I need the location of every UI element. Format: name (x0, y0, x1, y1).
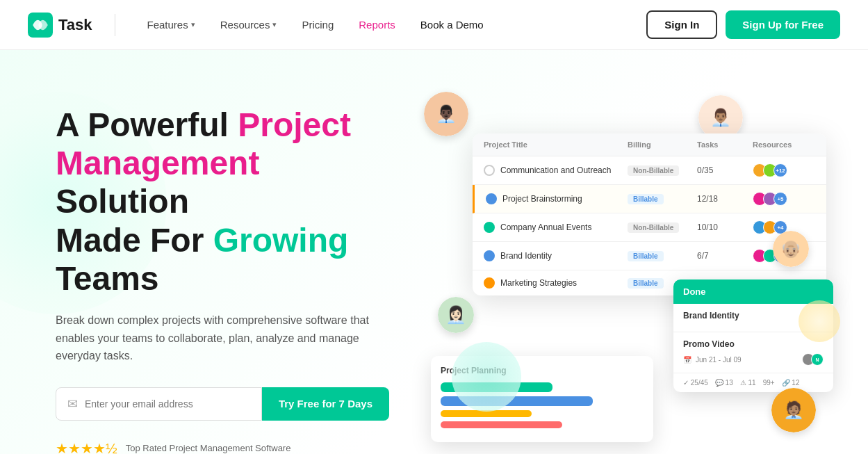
col-resources: Resources (753, 140, 815, 149)
avatar-mid-left: 👩🏻‍💼 (438, 297, 474, 333)
billing-badge: Non-Billable (628, 222, 679, 233)
stat-comments: 💬 13 (715, 379, 733, 387)
nav-links: Features ▾ Resources ▾ Pricing Reports B… (138, 13, 647, 36)
nav-book-demo[interactable]: Book a Demo (411, 13, 493, 36)
person-avatar-3: 👩🏻‍💼 (438, 297, 474, 333)
email-icon: ✉ (67, 396, 78, 412)
project-name: Marketing Strategies (484, 277, 628, 289)
project-name: Communication and Outreach (484, 165, 628, 176)
person-avatar-4: 👴🏼 (773, 231, 809, 267)
project-name: Brand Identity (484, 250, 628, 261)
done-avatars: N (802, 353, 824, 366)
done-header: Done (673, 279, 833, 304)
nav-actions: Sign In Sign Up for Free (646, 10, 840, 39)
avatar-bottom-right: 🧑🏽‍💼 (771, 388, 816, 432)
done-item-title-2: Promo Video (683, 339, 824, 349)
project-icon (484, 222, 495, 233)
features-chevron-icon: ▾ (191, 20, 195, 29)
rating-stars: ★★★★½ (56, 440, 117, 454)
hero-title: A Powerful Project Management SolutionMa… (56, 106, 417, 298)
hero-content: A Powerful Project Management SolutionMa… (56, 92, 417, 454)
try-free-button[interactable]: Try Free for 7 Days (262, 387, 389, 421)
sign-in-button[interactable]: Sign In (646, 10, 717, 39)
stat-links: 🔗 12 (782, 379, 800, 387)
task-count: 0/35 (697, 165, 753, 175)
hero-title-part3: Teams (56, 260, 159, 297)
col-tasks: Tasks (697, 140, 753, 149)
hero-section: A Powerful Project Management SolutionMa… (0, 50, 868, 454)
project-icon (486, 193, 497, 204)
hero-title-part2: SolutionMade For (56, 183, 213, 258)
nav-features[interactable]: Features ▾ (138, 13, 205, 36)
table-row: Project Brainstorming Billable 12/18 +5 (473, 185, 826, 213)
project-icon (484, 277, 495, 289)
table-row: Company Annual Events Non-Billable 10/10… (473, 213, 826, 242)
project-card: Project Title Billing Tasks Resources Co… (473, 133, 826, 295)
gantt-bar-red (441, 421, 562, 428)
billing-badge: Non-Billable (628, 165, 679, 176)
nav-resources[interactable]: Resources ▾ (211, 13, 287, 36)
email-input-wrap[interactable]: ✉ (56, 387, 262, 421)
resources-chevron-icon: ▾ (272, 20, 277, 29)
project-table-header: Project Title Billing Tasks Resources (473, 133, 826, 156)
col-title: Project Title (484, 140, 628, 149)
task-count: 6/7 (697, 251, 753, 261)
avatar-mid-right: 👴🏼 (773, 231, 809, 267)
yellow-decoration (799, 300, 840, 342)
resource-avatars: +12 (753, 163, 815, 177)
col-billing: Billing (628, 140, 697, 149)
gantt-bar-row-3 (441, 410, 644, 417)
avatar-top-left: 👨🏿‍💼 (424, 92, 468, 136)
hero-title-part1: A Powerful (56, 106, 238, 143)
billing-badge: Billable (628, 251, 664, 261)
navbar: Task Features ▾ Resources ▾ Pricing Repo… (0, 0, 868, 50)
logo[interactable]: Task (28, 13, 92, 38)
done-date-row: 📅 Jun 21 - Jul 09 N (683, 353, 824, 366)
stat-count: 99+ (763, 379, 775, 387)
table-row: Communication and Outreach Non-Billable … (473, 156, 826, 185)
done-date: Jun 21 - Jul 09 (696, 356, 742, 364)
logo-text: Task (58, 16, 92, 34)
task-count: 10/10 (697, 222, 753, 232)
person-avatar-1: 👨🏿‍💼 (424, 92, 468, 136)
hero-rating: ★★★★½ Top Rated Project Management Softw… (56, 440, 417, 454)
hero-title-teal: Growing (213, 222, 349, 259)
nav-pricing[interactable]: Pricing (292, 13, 343, 36)
gantt-bar-row-4 (441, 421, 644, 428)
hero-form: ✉ Try Free for 7 Days (56, 387, 389, 421)
teal-decoration (452, 342, 521, 412)
sign-up-button[interactable]: Sign Up for Free (726, 10, 840, 39)
email-input[interactable] (85, 398, 250, 410)
rating-text: Top Rated Project Management Software (126, 443, 291, 453)
project-icon (484, 165, 495, 176)
stat-tasks: ✓ 25/45 (683, 379, 708, 387)
task-count: 12/18 (697, 194, 753, 204)
project-name: Project Brainstorming (486, 193, 628, 204)
person-avatar-5: 🧑🏽‍💼 (771, 388, 816, 432)
stat-alerts: ⚠ 11 (740, 379, 756, 387)
hero-visual: 👨🏿‍💼 👨🏽‍💼 Project Title Billing Tasks Re… (417, 92, 826, 439)
resource-avatars: +5 (753, 192, 815, 206)
project-icon (484, 250, 495, 261)
done-stats: ✓ 25/45 💬 13 ⚠ 11 99+ 🔗 12 (673, 373, 833, 392)
logo-icon (28, 13, 53, 38)
calendar-icon: 📅 (683, 356, 691, 364)
nav-reports[interactable]: Reports (349, 13, 405, 36)
project-name: Company Annual Events (484, 222, 628, 233)
billing-badge: Billable (628, 194, 664, 204)
nav-divider (115, 14, 115, 36)
hero-subtitle: Break down complex projects with compreh… (56, 311, 375, 365)
billing-badge: Billable (628, 278, 664, 289)
